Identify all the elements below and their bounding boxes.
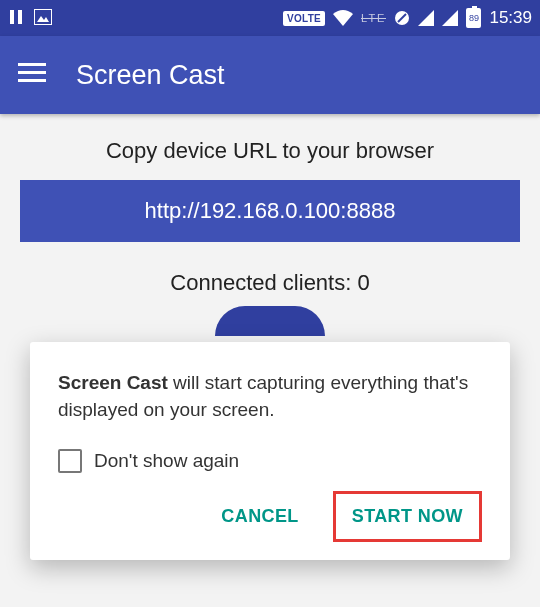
url-box[interactable]: http://192.168.0.100:8888 — [20, 180, 520, 242]
checkbox-icon[interactable] — [58, 449, 82, 473]
svg-marker-3 — [37, 16, 49, 22]
svg-rect-2 — [34, 9, 52, 25]
signal-icon — [418, 10, 434, 26]
pause-icon — [8, 9, 24, 28]
connected-clients: Connected clients: 0 — [20, 270, 520, 296]
page-title: Screen Cast — [76, 60, 225, 91]
permission-dialog: Screen Cast will start capturing everyth… — [30, 342, 510, 560]
instruction-text: Copy device URL to your browser — [20, 138, 520, 164]
svg-marker-7 — [442, 10, 458, 26]
signal-icon — [442, 10, 458, 26]
svg-marker-6 — [418, 10, 434, 26]
wifi-icon — [333, 10, 353, 26]
start-now-button[interactable]: START NOW — [333, 491, 482, 542]
image-icon — [34, 9, 52, 28]
svg-rect-9 — [18, 71, 46, 74]
main-content: Copy device URL to your browser http://1… — [0, 114, 540, 336]
volte-badge: VOLTE — [283, 11, 325, 26]
status-bar: VOLTE LTE 89 15:39 — [0, 0, 540, 36]
svg-rect-8 — [18, 63, 46, 66]
svg-rect-1 — [18, 10, 22, 24]
dont-show-row[interactable]: Don't show again — [58, 449, 482, 473]
clock: 15:39 — [489, 8, 532, 28]
no-sim-icon — [394, 10, 410, 26]
battery-icon: 89 — [466, 8, 481, 28]
dialog-message: Screen Cast will start capturing everyth… — [58, 370, 482, 423]
fab-peek — [215, 306, 325, 336]
svg-rect-0 — [10, 10, 14, 24]
svg-rect-10 — [18, 79, 46, 82]
app-bar: Screen Cast — [0, 36, 540, 114]
menu-icon[interactable] — [18, 63, 46, 87]
dont-show-label: Don't show again — [94, 450, 239, 472]
lte-label: LTE — [361, 12, 386, 24]
cancel-button[interactable]: CANCEL — [205, 494, 314, 539]
